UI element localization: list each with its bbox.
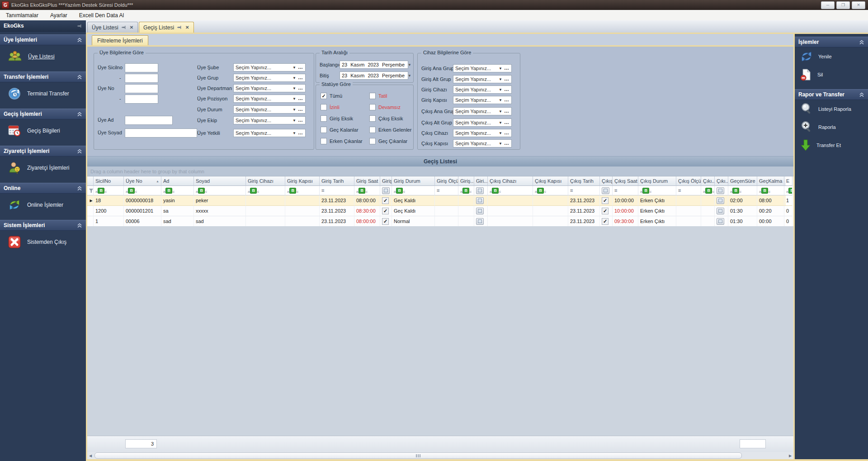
ellipsis-button[interactable]: … xyxy=(297,85,305,92)
cell-k[interactable] xyxy=(701,216,715,227)
sidebar-section-ziyaret-i-i-lemleri[interactable]: Ziyaretçi İşlemleri xyxy=(0,146,86,157)
cell-k[interactable]: ✓ xyxy=(600,216,613,227)
chevron-down-icon[interactable]: ▼ xyxy=(497,121,504,125)
input-uye-no-from[interactable] xyxy=(125,84,158,93)
filter-row-funnel-icon[interactable] xyxy=(87,186,94,195)
checkmark-icon[interactable]: ✓ xyxy=(382,208,389,214)
actions-section-i-lemler[interactable]: İşlemler xyxy=(795,37,868,48)
checkbox-row-erken-gelenler[interactable]: Erken Gelenler xyxy=(369,126,411,133)
checkbox-i-zinli[interactable] xyxy=(321,104,327,110)
cell-giri-durum[interactable]: Geç Kaldı xyxy=(392,206,435,216)
column-header-ge-kalma[interactable]: GeçKalma xyxy=(757,176,784,186)
filter-cell-soyad[interactable]: aBc xyxy=(194,186,246,195)
action-yenile[interactable]: Yenile xyxy=(795,48,868,66)
cell-k-saat[interactable]: 09:30:00 xyxy=(613,216,638,227)
scroll-left-arrow-icon[interactable]: ◀ xyxy=(87,454,94,458)
checkbox-row-erken-kanlar[interactable]: Erken Çıkanlar xyxy=(321,138,363,145)
filter-cell-k-saat[interactable]: = xyxy=(613,186,638,195)
checkmark-icon[interactable]: ✓ xyxy=(602,208,609,214)
cell-k-tarih[interactable]: 23.11.2023 xyxy=(568,216,600,227)
cell-giri-kap-s[interactable] xyxy=(285,195,320,206)
cell-k-tarih[interactable]: 23.11.2023 xyxy=(568,195,600,206)
column-header-k[interactable]: Çıkı... xyxy=(701,176,715,186)
filter-cell-k[interactable] xyxy=(600,186,613,195)
cell-ye-no[interactable]: 0000001201 xyxy=(124,206,161,216)
footer-summary-box[interactable] xyxy=(740,439,766,448)
row-detail-button[interactable] xyxy=(476,218,484,225)
filter-cell-k-durum[interactable]: aBc xyxy=(638,186,676,195)
ellipsis-button[interactable]: … xyxy=(504,130,511,137)
pin-icon[interactable] xyxy=(122,25,127,30)
checkbox-tatil[interactable] xyxy=(369,93,376,99)
checkmark-icon[interactable]: ✓ xyxy=(382,197,389,204)
cell-e[interactable]: 0 xyxy=(784,206,793,216)
checkmark-icon[interactable]: ✓ xyxy=(602,197,609,204)
chevron-down-icon[interactable]: ▼ xyxy=(291,97,297,101)
cell-ge-kalma[interactable]: 08:00 xyxy=(757,195,784,206)
ellipsis-button[interactable]: … xyxy=(297,64,305,71)
column-header-giri[interactable]: Giriş xyxy=(380,176,392,186)
cell-giri[interactable] xyxy=(458,216,474,227)
table-row[interactable]: 12000000001201saxxxxx23.11.202308:30:00✓… xyxy=(87,206,786,216)
checkbox-ge-kanlar[interactable] xyxy=(369,138,376,144)
filter-cell-giri[interactable]: aBc xyxy=(458,186,474,195)
sidebar-section-transfer-i-lemleri[interactable]: Transfer İşlemleri xyxy=(0,71,86,82)
input-uye-sicilno-to[interactable] xyxy=(125,74,158,83)
cell-sicilno[interactable]: 1 xyxy=(94,216,124,227)
cell-k[interactable] xyxy=(715,206,728,216)
checkbox-row-devams-z[interactable]: Devamsız xyxy=(369,104,401,111)
sidebar-item-ge-i-bilgileri[interactable]: Geçiş Bilgileri xyxy=(0,119,86,142)
sidebar-item-online-i-lemler[interactable]: Online İşlemler xyxy=(0,194,86,216)
cell-soyad[interactable]: peker xyxy=(194,195,246,206)
input-uye-no-to[interactable] xyxy=(125,95,158,104)
column-header-k[interactable]: Çıkış xyxy=(600,176,613,186)
filter-cell-k[interactable]: aBc xyxy=(701,186,715,195)
column-header-giri[interactable]: Giriş... xyxy=(458,176,474,186)
cell-k[interactable] xyxy=(715,216,728,227)
cell-k-saat[interactable]: 10:00:00 xyxy=(613,195,638,206)
menu-item-excell-den-data-al[interactable]: Excell Den Data Al xyxy=(73,10,130,20)
checkbox-t-m[interactable] xyxy=(321,93,327,99)
cell-giri-kap-s[interactable] xyxy=(285,206,320,216)
cell-giri[interactable] xyxy=(458,206,474,216)
row-detail-button[interactable] xyxy=(476,197,484,204)
chevron-down-icon[interactable]: ▼ xyxy=(291,119,297,123)
row-detail-button[interactable] xyxy=(717,218,724,225)
filter-cell-ye-no[interactable]: aBc xyxy=(124,186,161,195)
ellipsis-button[interactable]: … xyxy=(504,108,511,115)
dropdown-ye-durum[interactable]: Seçim Yapınız...▼… xyxy=(233,105,306,114)
filter-cell-sicilno[interactable]: aBc xyxy=(94,186,124,195)
checkbox-row-t-m[interactable]: Tümü xyxy=(321,92,342,100)
column-header-k-kap-s[interactable]: Çıkış Kapısı xyxy=(533,176,568,186)
filter-cell-giri-durum[interactable]: aBc xyxy=(392,186,435,195)
cell-giri-tarih[interactable]: 23.11.2023 xyxy=(320,206,354,216)
table-row[interactable]: ▶180000000018yasinpeker23.11.202308:00:0… xyxy=(87,195,786,206)
chevron-down-icon[interactable]: ▼ xyxy=(291,108,297,112)
checkmark-icon[interactable]: ✓ xyxy=(382,218,389,225)
dropdown-ye-yetkili[interactable]: Seçim Yapınız...▼… xyxy=(233,129,306,137)
cell-k-cihaz[interactable] xyxy=(488,216,533,227)
filter-cell-giri-cihaz[interactable]: aBc xyxy=(246,186,285,195)
cell-k-saat[interactable]: 10:00:00 xyxy=(613,206,638,216)
filter-cell-giri[interactable] xyxy=(474,186,488,195)
sidebar-section-sistem-i-lemleri[interactable]: Sistem İşlemleri xyxy=(0,220,86,231)
row-count-box[interactable]: 3 xyxy=(125,439,157,448)
ellipsis-button[interactable]: … xyxy=(504,119,511,126)
chevron-down-icon[interactable]: ▼ xyxy=(408,74,411,78)
cell-ad[interactable]: sa xyxy=(161,206,194,216)
dropdown-ye-departman[interactable]: Seçim Yapınız...▼… xyxy=(233,84,306,92)
filter-cell-giri-l[interactable]: = xyxy=(435,186,458,195)
cell-ad[interactable]: sad xyxy=(161,216,194,227)
checkbox-devams-z[interactable] xyxy=(369,104,376,110)
chevron-down-icon[interactable]: ▼ xyxy=(497,98,504,102)
action-sil[interactable]: Sil xyxy=(795,66,868,84)
tab-close-icon[interactable]: ✕ xyxy=(185,25,189,30)
filter-cell-ad[interactable]: aBc xyxy=(161,186,194,195)
ellipsis-button[interactable]: … xyxy=(504,86,511,93)
cell-giri[interactable] xyxy=(474,195,488,206)
cell-k-kap-s[interactable] xyxy=(533,206,568,216)
cell-ge-ens-re[interactable]: 01:30 xyxy=(728,206,757,216)
cell-k[interactable] xyxy=(701,195,715,206)
column-header-sicilno[interactable]: SicilNo xyxy=(94,176,124,186)
cell-giri-l[interactable] xyxy=(435,206,458,216)
